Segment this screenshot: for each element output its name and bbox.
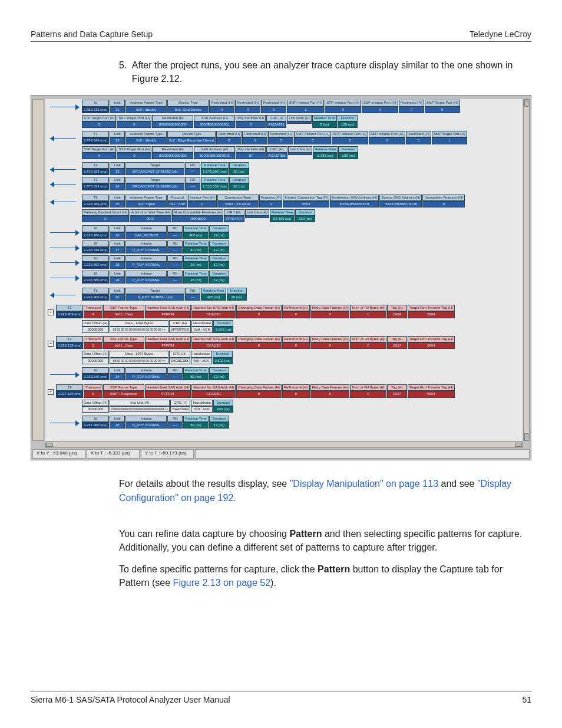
- para-details: For details about the results display, s…: [119, 477, 525, 504]
- arrow-right-icon: [48, 244, 82, 252]
- arrow-left-icon: [48, 134, 82, 143]
- page-footer: Sierra M6-1 SAS/SATA Protocol Analyzer U…: [31, 691, 531, 704]
- arrow-left-icon: [48, 291, 82, 299]
- status-xy: X to Y : 53.840 (us): [32, 449, 85, 459]
- arrow-right-icon: [48, 259, 82, 267]
- status-bar: X to Y : 53.840 (us) X to T : -5.333 (us…: [32, 449, 530, 459]
- arrow-left-icon: [48, 180, 82, 189]
- link-display-manipulation[interactable]: "Display Manipulation" on page 113: [290, 479, 438, 489]
- link-figure-2-13[interactable]: Figure 2.13 on page 52: [173, 578, 270, 588]
- page-header: Patterns and Data Capture Setup Teledyne…: [31, 29, 531, 39]
- expand-toggle[interactable]: +: [48, 309, 54, 315]
- left-gutter[interactable]: [32, 99, 44, 441]
- step-text: After the project runs, you see an analy…: [132, 58, 525, 85]
- step-5: 5. After the project runs, you see an an…: [119, 58, 525, 85]
- horizontal-scrollbar[interactable]: [45, 442, 523, 448]
- para-refine: You can refine data capture by choosing …: [119, 527, 525, 554]
- arrow-left-icon: [48, 166, 82, 174]
- arrow-right-icon: [48, 103, 82, 111]
- arrow-right-icon: [48, 229, 82, 237]
- trace-body: I12.869.213 (ms) Link21 Address Frame Ty…: [45, 99, 523, 441]
- arrow-right-icon: [48, 371, 82, 379]
- expand-toggle[interactable]: +: [48, 389, 54, 395]
- header-left: Patterns and Data Capture Setup: [31, 29, 153, 39]
- header-rule: [31, 41, 531, 42]
- page-number: 51: [522, 695, 531, 704]
- analyzer-trace-figure: I12.869.213 (ms) Link21 Address Frame Ty…: [31, 95, 531, 460]
- para-define: To define specific patterns for capture,…: [119, 562, 525, 589]
- status-xt: X to T : -5.333 (us): [87, 449, 140, 459]
- arrow-right-icon: [48, 274, 82, 282]
- status-spacer: [195, 449, 530, 459]
- step-number: 5.: [119, 58, 132, 85]
- header-right: Teledyne LeCroy: [470, 29, 531, 39]
- expand-toggle[interactable]: +: [48, 341, 54, 347]
- footer-title: Sierra M6-1 SAS/SATA Protocol Analyzer U…: [31, 695, 230, 704]
- vertical-scrollbar[interactable]: [523, 99, 530, 441]
- arrow-left-icon: [48, 198, 82, 206]
- arrow-right-icon: [48, 419, 82, 427]
- status-yt: Y to T : -59.173 (us): [141, 449, 194, 459]
